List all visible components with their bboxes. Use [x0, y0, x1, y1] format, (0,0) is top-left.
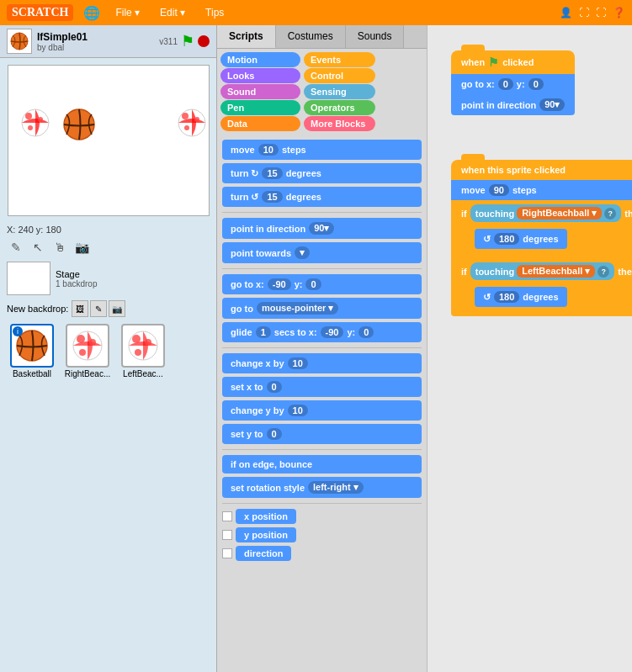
cat-sound[interactable]: Sound: [220, 84, 300, 99]
cursor-tool[interactable]: ↖: [29, 238, 47, 257]
expand-icon[interactable]: ⛶: [579, 7, 589, 19]
block-turn-ccw[interactable]: turn ↺ 15 degrees: [222, 187, 422, 207]
account-icon[interactable]: 👤: [560, 7, 572, 19]
touching-right-condition[interactable]: touching RightBeachball ▾ ?: [470, 204, 622, 222]
turn-val-2[interactable]: 180: [494, 291, 519, 303]
block-rotation-style[interactable]: set rotation style left-right ▾: [222, 477, 422, 498]
canvas-block-turn-180-1[interactable]: ↺ 180 degrees: [475, 229, 567, 249]
goto-x-val[interactable]: 0: [498, 78, 513, 90]
block-point-dir-label: point in direction: [231, 224, 305, 234]
block-change-y-val[interactable]: 10: [288, 405, 308, 416]
tips-menu[interactable]: Tips: [200, 5, 229, 20]
hat-when-sprite-clicked[interactable]: when this sprite clicked: [451, 160, 632, 180]
touching-right-val[interactable]: RightBeachball ▾: [517, 207, 602, 220]
block-direction[interactable]: direction: [236, 546, 291, 561]
block-move-val[interactable]: 10: [258, 144, 279, 156]
point-dir-val[interactable]: 90▾: [539, 98, 565, 111]
stamp-tool[interactable]: 🖱: [50, 238, 69, 257]
block-y-position[interactable]: y position: [236, 527, 296, 542]
block-goto-ptr[interactable]: go to mouse-pointer ▾: [222, 298, 422, 319]
fullscreen-icon[interactable]: ⛶: [596, 7, 606, 19]
block-x-position[interactable]: x position: [236, 509, 296, 524]
block-turn-cw[interactable]: turn ↻ 15 degrees: [222, 163, 422, 183]
block-change-x[interactable]: change x by 10: [222, 353, 422, 373]
sprite-item-leftbeach[interactable]: LeftBeac...: [118, 324, 168, 378]
reporter-y-position-check[interactable]: [222, 530, 232, 540]
block-goto-xy[interactable]: go to x: -90 y: 0: [222, 274, 422, 294]
file-menu[interactable]: File ▾: [110, 5, 145, 20]
help-icon[interactable]: ❓: [613, 7, 625, 19]
cat-looks[interactable]: Looks: [220, 68, 300, 83]
cat-data[interactable]: Data: [220, 116, 300, 131]
block-set-y-val[interactable]: 0: [267, 428, 282, 440]
then-label-2: then: [618, 267, 632, 277]
if-block-left[interactable]: if touching LeftBeachball ▾ ? then: [451, 258, 632, 284]
canvas-block-goto-xy-0[interactable]: go to x: 0 y: 0: [451, 74, 575, 94]
block-turn-cw-suffix: degrees: [286, 168, 321, 178]
block-goto-x-val[interactable]: -90: [268, 278, 291, 290]
reporter-x-position-check[interactable]: [222, 511, 232, 521]
cat-control[interactable]: Control: [304, 68, 375, 83]
block-point-towards[interactable]: point towards ▾: [222, 242, 422, 263]
block-glide-y[interactable]: 0: [358, 326, 374, 338]
block-glide[interactable]: glide 1 secs to x: -90 y: 0: [222, 322, 422, 342]
block-set-y-label: set y to: [231, 429, 263, 439]
stop-button[interactable]: [198, 35, 210, 47]
globe-icon[interactable]: 🌐: [83, 5, 100, 21]
block-set-y[interactable]: set y to 0: [222, 424, 422, 444]
hat-when-flag-clicked[interactable]: when ⚑ clicked: [451, 50, 575, 74]
paint-backdrop-btn[interactable]: ✎: [90, 300, 107, 317]
sprite-item-basketball[interactable]: i Basketball: [7, 324, 57, 378]
cat-motion[interactable]: Motion: [220, 52, 300, 67]
block-move[interactable]: move 10 steps: [222, 140, 422, 160]
green-flag-button[interactable]: ⚑: [181, 32, 194, 50]
if-block-right[interactable]: if touching RightBeachball ▾ ? then: [451, 200, 632, 226]
touching-left-condition[interactable]: touching LeftBeachball ▾ ?: [470, 262, 615, 280]
block-point-direction[interactable]: point in direction 90▾: [222, 218, 422, 239]
block-glide-x[interactable]: -90: [321, 326, 344, 338]
svg-point-16: [132, 335, 141, 343]
block-goto-ptr-dropdown[interactable]: mouse-pointer ▾: [257, 302, 338, 315]
script-group-1: when ⚑ clicked go to x: 0 y: 0 point in …: [451, 50, 575, 115]
tab-costumes[interactable]: Costumes: [276, 25, 346, 48]
move-90-val[interactable]: 90: [489, 184, 509, 196]
reporter-direction-check[interactable]: [222, 548, 232, 558]
block-change-x-val[interactable]: 10: [288, 357, 308, 369]
block-glide-secs[interactable]: 1: [256, 326, 271, 338]
block-turn-ccw-val[interactable]: 15: [262, 191, 282, 203]
turn-val-1[interactable]: 180: [494, 233, 519, 245]
tab-sounds[interactable]: Sounds: [346, 25, 405, 48]
block-change-y[interactable]: change y by 10: [222, 400, 422, 421]
goto-y-val[interactable]: 0: [528, 78, 544, 90]
scripts-canvas: when ⚑ clicked go to x: 0 y: 0 point in …: [428, 25, 632, 672]
cat-more-blocks[interactable]: More Blocks: [304, 116, 375, 131]
cat-sensing[interactable]: Sensing: [304, 84, 375, 99]
block-set-x[interactable]: set x to 0: [222, 377, 422, 397]
canvas-block-move-90[interactable]: move 90 steps: [451, 180, 632, 200]
block-turn-cw-val[interactable]: 15: [262, 167, 282, 179]
touching-left-val[interactable]: LeftBeachball ▾: [517, 265, 595, 278]
cat-pen[interactable]: Pen: [220, 100, 300, 115]
cat-operators[interactable]: Operators: [304, 100, 375, 115]
edit-menu[interactable]: Edit ▾: [155, 5, 190, 20]
camera-tool[interactable]: 📷: [72, 238, 91, 257]
block-set-x-val[interactable]: 0: [267, 381, 282, 393]
sprite-thumbnail: [7, 29, 32, 54]
sprite-info-icon[interactable]: i: [13, 326, 23, 336]
upload-backdrop-btn[interactable]: 🖼: [72, 300, 88, 317]
cat-events[interactable]: Events: [304, 52, 375, 67]
block-point-dir-val[interactable]: 90▾: [309, 222, 334, 235]
reporter-direction-row: direction: [222, 546, 422, 561]
sprite-item-rightbeach[interactable]: RightBeac...: [62, 324, 113, 378]
paint-tool[interactable]: ✎: [7, 238, 25, 257]
block-point-towards-dropdown[interactable]: ▾: [295, 246, 310, 259]
stage-item[interactable]: Stage 1 backdrop: [7, 262, 210, 295]
camera-backdrop-btn[interactable]: 📷: [109, 300, 125, 317]
svg-point-14: [79, 349, 86, 356]
block-rotation-dropdown[interactable]: left-right ▾: [308, 481, 364, 494]
canvas-block-point-dir[interactable]: point in direction 90▾: [451, 94, 575, 115]
tab-scripts[interactable]: Scripts: [217, 25, 276, 48]
canvas-block-turn-180-2[interactable]: ↺ 180 degrees: [475, 287, 567, 307]
block-goto-y-val[interactable]: 0: [305, 278, 321, 290]
block-bounce[interactable]: if on edge, bounce: [222, 455, 422, 474]
